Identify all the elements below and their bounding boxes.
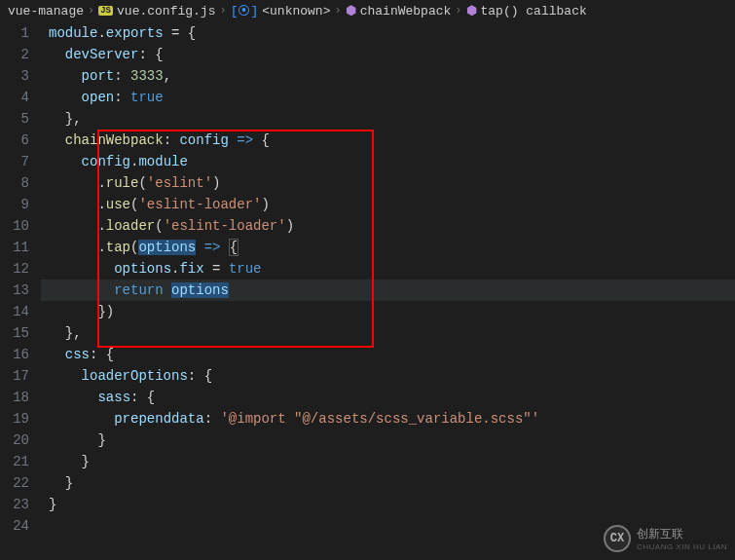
code-line[interactable]: }) bbox=[41, 301, 735, 322]
code-line[interactable]: } bbox=[41, 429, 735, 451]
code-line[interactable]: loaderOptions: { bbox=[41, 365, 735, 387]
line-number: 1 bbox=[0, 22, 29, 44]
line-number: 22 bbox=[0, 472, 29, 494]
chevron-right-icon: › bbox=[219, 4, 226, 18]
line-number: 20 bbox=[0, 429, 29, 451]
line-number: 23 bbox=[0, 494, 29, 515]
code-line[interactable]: .tap(options => { bbox=[41, 237, 735, 258]
line-number: 7 bbox=[0, 151, 29, 172]
breadcrumb: vue-manage › JS vue.config.js › [⦿] <unk… bbox=[0, 0, 735, 22]
breadcrumb-item[interactable]: [⦿] <unknown> bbox=[231, 4, 331, 19]
line-number: 8 bbox=[0, 172, 29, 194]
js-icon: JS bbox=[98, 6, 113, 16]
code-line[interactable]: }, bbox=[41, 322, 735, 344]
chevron-right-icon: › bbox=[334, 4, 341, 18]
code-line[interactable]: .use('eslint-loader') bbox=[41, 194, 735, 215]
code-line[interactable]: module.exports = { bbox=[41, 22, 735, 44]
line-number: 4 bbox=[0, 87, 29, 108]
line-number: 24 bbox=[0, 515, 29, 537]
code-line[interactable]: } bbox=[41, 451, 735, 472]
code-line[interactable]: .loader('eslint-loader') bbox=[41, 215, 735, 237]
cube-icon: ⬢ bbox=[346, 3, 356, 19]
line-number: 19 bbox=[0, 408, 29, 429]
watermark: CX 创新互联 CHUANG XIN HU LIAN bbox=[604, 525, 727, 552]
code-line[interactable]: css: { bbox=[41, 344, 735, 365]
breadcrumb-item[interactable]: ⬢ chainWebpack bbox=[346, 3, 452, 19]
bracket-icon: [⦿] bbox=[231, 4, 259, 19]
line-number: 15 bbox=[0, 322, 29, 344]
line-number: 2 bbox=[0, 44, 29, 65]
line-gutter: 123456789101112131415161718192021222324 bbox=[0, 22, 41, 559]
line-number: 14 bbox=[0, 301, 29, 322]
code-line[interactable]: .rule('eslint') bbox=[41, 172, 735, 194]
line-number: 12 bbox=[0, 258, 29, 280]
code-line[interactable]: return options bbox=[41, 280, 735, 301]
code-line[interactable]: } bbox=[41, 494, 735, 515]
line-number: 16 bbox=[0, 344, 29, 365]
code-line[interactable]: open: true bbox=[41, 87, 735, 108]
code-line[interactable]: } bbox=[41, 472, 735, 494]
code-line[interactable]: }, bbox=[41, 108, 735, 130]
chevron-right-icon: › bbox=[88, 4, 94, 18]
code-line[interactable]: devServer: { bbox=[41, 44, 735, 65]
breadcrumb-item[interactable]: JS vue.config.js bbox=[98, 4, 215, 19]
breadcrumb-label: chainWebpack bbox=[360, 4, 452, 19]
line-number: 5 bbox=[0, 108, 29, 130]
line-number: 3 bbox=[0, 65, 29, 87]
line-number: 11 bbox=[0, 237, 29, 258]
code-line[interactable]: prependdata: '@import "@/assets/scss_var… bbox=[41, 408, 735, 429]
watermark-text: 创新互联 CHUANG XIN HU LIAN bbox=[637, 526, 727, 551]
cube-icon: ⬢ bbox=[466, 3, 477, 19]
watermark-logo-icon: CX bbox=[604, 525, 631, 552]
line-number: 13 bbox=[0, 280, 29, 301]
line-number: 17 bbox=[0, 365, 29, 387]
breadcrumb-label: vue-manage bbox=[8, 4, 84, 19]
breadcrumb-label: vue.config.js bbox=[117, 4, 215, 19]
code-line[interactable]: chainWebpack: config => { bbox=[41, 130, 735, 151]
line-number: 6 bbox=[0, 130, 29, 151]
breadcrumb-label: tap() callback bbox=[481, 4, 587, 19]
code-editor[interactable]: 123456789101112131415161718192021222324 … bbox=[0, 22, 735, 559]
line-number: 21 bbox=[0, 451, 29, 472]
code-line[interactable]: config.module bbox=[41, 151, 735, 172]
line-number: 9 bbox=[0, 194, 29, 215]
line-number: 18 bbox=[0, 387, 29, 408]
code-line[interactable]: options.fix = true bbox=[41, 258, 735, 280]
code-line[interactable]: sass: { bbox=[41, 387, 735, 408]
breadcrumb-item[interactable]: ⬢ tap() callback bbox=[466, 3, 587, 19]
breadcrumb-item[interactable]: vue-manage bbox=[8, 4, 84, 19]
line-number: 10 bbox=[0, 215, 29, 237]
code-line[interactable]: port: 3333, bbox=[41, 65, 735, 87]
breadcrumb-label: <unknown> bbox=[262, 4, 330, 19]
chevron-right-icon: › bbox=[455, 4, 461, 18]
code-area[interactable]: module.exports = { devServer: { port: 33… bbox=[41, 22, 735, 559]
